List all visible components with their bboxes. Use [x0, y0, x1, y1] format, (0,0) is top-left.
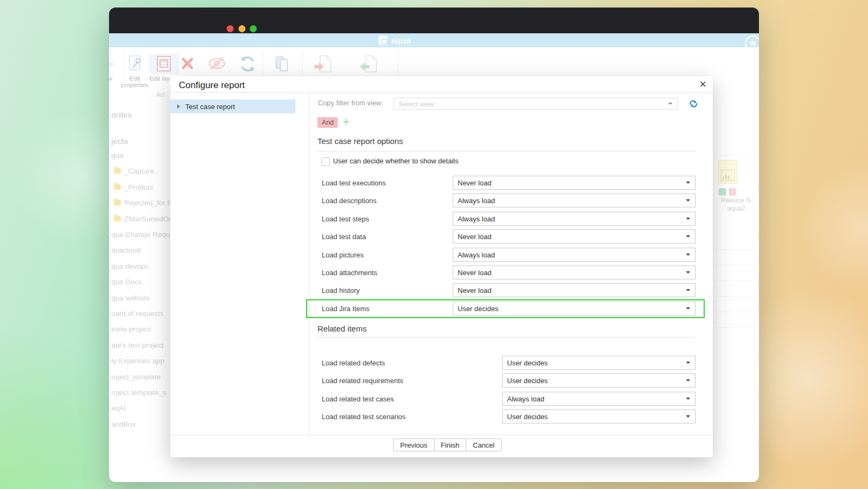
sidebar-item-eqai[interactable]: eqAI	[111, 404, 126, 415]
nav-item-test-case-report[interactable]: Test case report	[170, 99, 295, 113]
report-file-name-line2: aqua2	[727, 205, 745, 212]
select-load-pictures[interactable]: Always load	[453, 248, 696, 262]
sidebar-item-oard-of-requests[interactable]: oard of requests	[111, 310, 164, 320]
zoom-window-button[interactable]	[250, 25, 257, 32]
sidebar-item-label: ZNonSortedOut	[124, 215, 175, 223]
aqua-logo-icon	[379, 36, 388, 45]
sidebar-item-quacloud[interactable]: quacloud	[111, 246, 141, 257]
sidebar-item-label: roject template_s	[111, 389, 167, 397]
expand-triangle-icon[interactable]	[177, 104, 180, 109]
macos-titlebar	[109, 8, 759, 33]
sidebar-item-label: roject_template	[111, 373, 161, 381]
delete-file-icon[interactable]	[729, 188, 736, 196]
report-file-icon[interactable]	[718, 160, 737, 184]
sidebar-item-label: ate's test project	[111, 341, 164, 349]
dialog-title: Configure report	[179, 80, 245, 91]
option-label-load-test-executions: Load test executions	[322, 179, 386, 187]
chevron-down-icon	[686, 254, 690, 256]
chevron-down-icon	[686, 199, 690, 202]
export-icon	[308, 54, 338, 74]
sidebar-item-label: andBox	[111, 420, 136, 428]
select-value: Never load	[458, 286, 491, 294]
edit-pencil-icon[interactable]	[719, 188, 726, 196]
select-value: Always load	[507, 395, 544, 403]
folder-icon	[114, 184, 121, 190]
aqua-logo-text: aqua	[391, 36, 411, 45]
sidebar-item-qua-website[interactable]: qua website	[111, 294, 150, 305]
sidebar-item-label: oard of requests	[111, 310, 164, 318]
add-filter-icon[interactable]: +	[343, 115, 350, 129]
sidebar-item-product[interactable]: _Product	[114, 183, 153, 194]
select-value: User decides	[507, 377, 548, 385]
finish-button[interactable]: Finish	[434, 438, 467, 451]
chevron-down-icon	[686, 362, 690, 364]
select-load-test-steps[interactable]: Always load	[453, 212, 696, 226]
chevron-down-icon	[668, 103, 672, 105]
sidebar-item-roject-template-s[interactable]: roject template_s	[111, 389, 167, 399]
nav-separator	[309, 92, 309, 435]
dialog-footer-buttons: PreviousFinishCancel	[393, 438, 502, 451]
sidebar-item-andbox[interactable]: andBox	[111, 420, 136, 431]
chevron-down-icon	[686, 235, 690, 238]
divider	[170, 92, 713, 93]
filter-operator-badge[interactable]: And	[317, 117, 338, 128]
select-load-related-test-cases[interactable]: Always load	[502, 392, 696, 406]
option-label-load-related-test-cases: Load related test cases	[322, 395, 394, 403]
select-view-dropdown[interactable]: Select view	[394, 98, 678, 110]
sidebar-item-qua-docs[interactable]: qua Docs	[111, 278, 142, 289]
chart-glyph	[721, 170, 735, 181]
option-label-load-test-steps: Load test steps	[322, 215, 369, 223]
sidebar-item-qua[interactable]: qua	[111, 152, 124, 162]
sidebar-item-label: jects	[111, 137, 128, 146]
sidebar-item-qua-devops[interactable]: qua devops	[111, 262, 149, 273]
sidebar-item-qua-change-requ[interactable]: qua Change Requ	[111, 231, 170, 241]
option-label-load-related-test-scenarios: Load related test scenarios	[322, 413, 406, 421]
sidebar-item-label: _Capture	[124, 167, 154, 175]
select-value: Never load	[458, 269, 491, 277]
divider	[714, 155, 759, 156]
sidebar-item-label: eqAI	[111, 404, 126, 412]
dialog-close-icon[interactable]: ×	[699, 77, 706, 92]
app-header: aqua W	[109, 33, 759, 47]
previous-button[interactable]: Previous	[393, 438, 435, 451]
select-load-related-defects[interactable]: User decides	[502, 356, 696, 370]
select-load-related-test-scenarios[interactable]: User decides	[502, 409, 696, 423]
sidebar-item-elete-project[interactable]: elete project	[111, 325, 151, 336]
option-label-load-history: Load history	[322, 286, 360, 294]
select-value: Always load	[458, 215, 495, 223]
configure-report-dialog: Configure report × Test case report Copy…	[170, 76, 713, 457]
select-load-test-executions[interactable]: Never load	[453, 176, 696, 190]
option-label-load-related-defects: Load related defects	[322, 359, 385, 367]
sidebar-item-capture[interactable]: _Capture	[114, 167, 154, 178]
folder-icon	[114, 168, 121, 174]
refresh-icon	[233, 54, 263, 74]
minimize-window-button[interactable]	[238, 25, 245, 32]
sidebar-item-ate-s-test-project[interactable]: ate's test project	[111, 341, 164, 352]
divider	[317, 337, 696, 337]
divider	[714, 296, 759, 297]
sidebar-item-label: _Product	[124, 183, 153, 191]
refresh-filter-icon[interactable]	[689, 100, 698, 110]
sidebar-item-ly-expenses-app[interactable]: ly Expenses app	[111, 357, 164, 368]
sidebar-item-label: elete project	[111, 325, 151, 333]
sidebar-item-roject-template[interactable]: roject_template	[111, 373, 161, 384]
sidebar-item-znonsortedout[interactable]: ZNonSortedOut	[114, 215, 175, 226]
close-window-button[interactable]	[227, 25, 234, 32]
divider	[170, 435, 713, 435]
sidebar-item-label: quacloud	[111, 246, 141, 254]
show-details-checkbox[interactable]	[321, 157, 330, 166]
select-load-attachments[interactable]: Never load	[453, 265, 696, 279]
chevron-down-icon	[686, 218, 690, 220]
sidebar-item-label: orites	[111, 111, 132, 119]
chevron-down-icon	[686, 182, 690, 184]
show-details-checkbox-label: User can decide whether to show details	[333, 157, 458, 165]
select-load-related-requirements[interactable]: User decides	[502, 373, 696, 387]
sidebar-item-rejected-for-fu[interactable]: Rejected_for fu	[114, 199, 173, 210]
select-load-history[interactable]: Never load	[453, 283, 696, 297]
divider	[714, 265, 759, 265]
select-load-descriptions[interactable]: Always load	[453, 193, 696, 207]
select-value: User decides	[507, 359, 548, 367]
sidebar: oritesjectsqua_Capture_ProductRejected_f…	[109, 47, 179, 482]
select-load-test-data[interactable]: Never load	[453, 229, 696, 243]
cancel-button[interactable]: Cancel	[466, 438, 501, 451]
